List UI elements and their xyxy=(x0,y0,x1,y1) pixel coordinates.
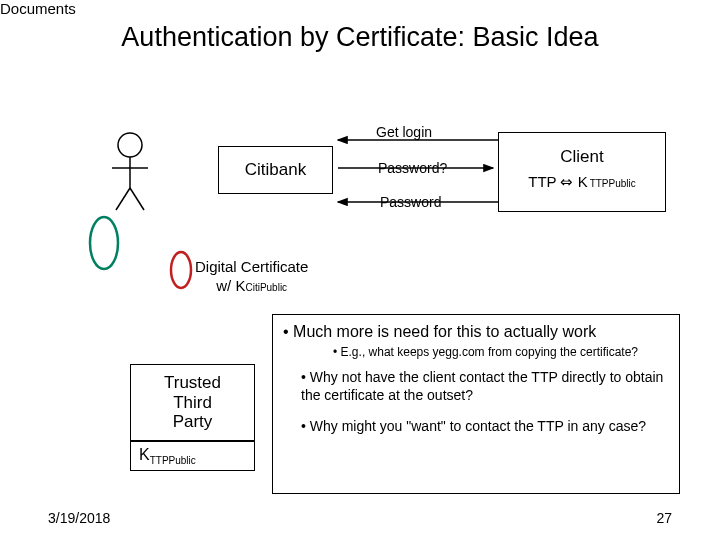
ttp-key-box: KTTPPublic xyxy=(130,441,255,471)
digcert-line1: Digital Certificate xyxy=(195,258,308,275)
digcert-line2-sub: CitiPublic xyxy=(245,282,287,293)
msg-password: Password xyxy=(380,194,441,210)
document-icon xyxy=(90,217,118,269)
footer-date: 3/19/2018 xyxy=(48,510,110,526)
client-key-prefix: TTP ⇔ K xyxy=(528,173,587,191)
client-key: TTP ⇔ KTTPPublic xyxy=(528,173,636,191)
digcert-line2-prefix: w/ K xyxy=(216,277,245,294)
ttp-key-prefix: K xyxy=(139,446,150,463)
msg-get-login: Get login xyxy=(376,124,432,140)
ttp-l2: Third xyxy=(173,393,212,412)
ttp-l3: Party xyxy=(173,412,213,431)
bullets-box: • Much more is need for this to actually… xyxy=(272,314,680,494)
cert-icon xyxy=(171,252,191,288)
user-icon xyxy=(112,133,148,210)
svg-line-3 xyxy=(116,188,130,210)
ttp-stack: Trusted Third Party KTTPPublic xyxy=(130,364,255,471)
svg-line-4 xyxy=(130,188,144,210)
client-box: Client TTP ⇔ KTTPPublic xyxy=(498,132,666,212)
documents-label: Documents xyxy=(0,0,720,17)
server-box: Citibank xyxy=(218,146,333,194)
client-label: Client xyxy=(560,147,603,167)
slide-title: Authentication by Certificate: Basic Ide… xyxy=(0,22,720,53)
bullet-sub1: • E.g., what keeps yegg.com from copying… xyxy=(333,345,669,359)
client-key-sub: TTPPublic xyxy=(590,178,636,189)
ttp-box: Trusted Third Party xyxy=(130,364,255,441)
bullet-q1: • Why not have the client contact the TT… xyxy=(301,369,669,404)
ttp-l1: Trusted xyxy=(164,373,221,392)
svg-point-0 xyxy=(118,133,142,157)
footer-page: 27 xyxy=(656,510,672,526)
msg-password-q: Password? xyxy=(378,160,447,176)
ttp-key-sub: TTPPublic xyxy=(150,455,196,466)
server-label: Citibank xyxy=(245,160,306,180)
digital-cert-label: Digital Certificate w/ KCitiPublic xyxy=(195,258,308,296)
bullet-main: • Much more is need for this to actually… xyxy=(283,323,669,341)
bullet-q2: • Why might you "want" to contact the TT… xyxy=(301,418,669,436)
